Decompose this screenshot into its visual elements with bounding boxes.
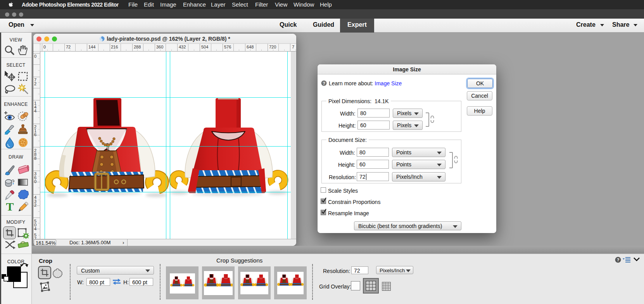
svg-text:?: ? (323, 81, 325, 86)
svg-text:T: T (6, 201, 14, 212)
svg-text:?: ? (617, 257, 620, 262)
